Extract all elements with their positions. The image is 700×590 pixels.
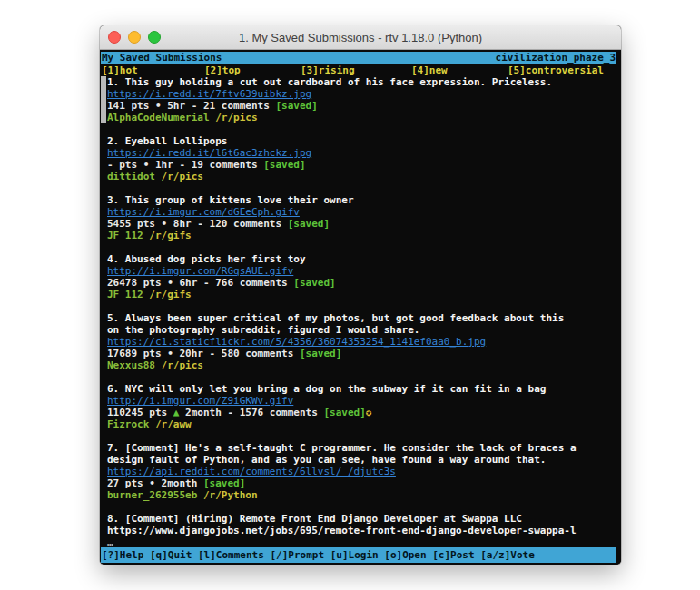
- saved-badge: [saved]: [288, 218, 330, 230]
- help-bar: [?]Help [q]Quit [l]Comments [/]Prompt [u…: [101, 547, 616, 563]
- info-text: 110245 pts: [107, 407, 173, 418]
- submission-title: on the photography subreddit, figured I …: [107, 324, 616, 336]
- submission-info: 141 pts • 5hr - 21 comments [saved]: [107, 100, 616, 112]
- submission-url-line: https://api.reddit.com/comments/6llvsl/_…: [107, 466, 616, 477]
- submission-info: 27 pts • 2month [saved]: [107, 477, 616, 489]
- submission-title: 2. Eyeball Lollipops: [107, 135, 616, 147]
- submission-url[interactable]: https://i.redd.it/l6t6ac3zhckz.jpg: [107, 147, 311, 159]
- submission-url[interactable]: http://i.imgur.com/RGqsAUE.gifv: [107, 265, 293, 277]
- submission-row[interactable]: 5. Always been super critical of my phot…: [107, 312, 616, 371]
- info-text: 141 pts • 5hr - 21 comments: [107, 100, 275, 112]
- submission-title: 3. This group of kittens love their owne…: [107, 194, 616, 206]
- tab-hot[interactable]: [1]hot: [102, 64, 138, 76]
- page-title: My Saved Submissions: [102, 52, 222, 64]
- window-title: 1. My Saved Submissions - rtv 1.18.0 (Py…: [239, 31, 482, 44]
- submission-byline: Nexxus88 /r/pics: [107, 359, 616, 371]
- info-text: 5455 pts • 8hr - 120 comments: [107, 218, 288, 230]
- minimize-button[interactable]: [128, 31, 141, 44]
- submission-byline: JF_112 /r/gifs: [107, 230, 616, 241]
- tab-controversial[interactable]: [5]controversial: [508, 64, 604, 76]
- submission-url-line: https://i.imgur.com/dGEeCph.gifv: [107, 206, 616, 218]
- submission-author[interactable]: burner_262955eb: [107, 489, 197, 501]
- app-window: 1. My Saved Submissions - rtv 1.18.0 (Py…: [100, 25, 621, 565]
- submission-url-line: https://i.redd.it/l6t6ac3zhckz.jpg: [107, 147, 616, 159]
- submission-title: 6. NYC will only let you bring a dog on …: [107, 383, 616, 395]
- submission-info: 110245 pts ▲ 2month - 1576 comments [sav…: [107, 407, 616, 418]
- submission-subreddit[interactable]: /r/Python: [197, 489, 257, 501]
- submission-url[interactable]: https://c1.staticflickr.com/5/4356/36074…: [107, 336, 486, 348]
- submission-subreddit[interactable]: /r/gifs: [143, 289, 192, 300]
- tab-rising[interactable]: [3]rising: [301, 64, 355, 76]
- submission-url-line: https://i.redd.it/7ftv639uibkz.jpg: [107, 88, 616, 100]
- submission-row[interactable]: 7. [Comment] He's a self-taught C progra…: [107, 442, 616, 501]
- gilded-icon: ✪: [366, 407, 372, 418]
- submission-list: 1. This guy holding a cut out cardboard …: [101, 76, 616, 548]
- submission-row[interactable]: 6. NYC will only let you bring a dog on …: [107, 383, 616, 430]
- saved-badge: [saved]: [275, 100, 317, 112]
- submission-info: 17689 pts • 20hr - 580 comments [saved]: [107, 348, 616, 359]
- submission-subreddit[interactable]: /r/pics: [210, 112, 258, 123]
- submission-info: 26478 pts • 6hr - 766 comments [saved]: [107, 277, 616, 289]
- info-text: 2month - 1576 comments: [179, 407, 323, 418]
- titlebar: 1. My Saved Submissions - rtv 1.18.0 (Py…: [100, 25, 621, 50]
- saved-badge: [saved]: [300, 348, 341, 359]
- submission-subreddit[interactable]: /r/aww: [149, 418, 191, 430]
- close-button[interactable]: [108, 31, 121, 44]
- tab-bar: [1]hot[2]top[3]rising[4]new[5]controvers…: [101, 64, 616, 76]
- submission-row[interactable]: 1. This guy holding a cut out cardboard …: [107, 76, 616, 123]
- submission-url-line: http://i.imgur.com/Z9iGKWv.gifv: [107, 395, 616, 407]
- submission-author[interactable]: dittidot: [107, 171, 155, 182]
- submission-row[interactable]: 8. [Comment] (Hiring) Remote Front End D…: [107, 513, 616, 548]
- submission-subreddit[interactable]: /r/pics: [155, 171, 203, 182]
- submission-info: - pts • 1hr - 19 comments [saved]: [107, 159, 616, 171]
- submission-byline: AlphaCodeNumerial /r/pics: [107, 112, 616, 123]
- submission-byline: JF_112 /r/gifs: [107, 289, 616, 300]
- info-text: 26478 pts • 6hr - 766 comments: [107, 277, 293, 289]
- submission-title: 7. [Comment] He's a self-taught C progra…: [107, 442, 616, 454]
- submission-subreddit[interactable]: /r/pics: [155, 359, 203, 371]
- submission-title: 5. Always been super critical of my phot…: [107, 312, 616, 324]
- tab-top[interactable]: [2]top: [204, 64, 241, 76]
- saved-badge: [saved]: [293, 277, 335, 289]
- submission-subreddit[interactable]: /r/gifs: [143, 230, 192, 241]
- submission-author[interactable]: JF_112: [107, 289, 143, 300]
- submission-byline: dittidot /r/pics: [107, 171, 616, 182]
- submission-row[interactable]: 2. Eyeball Lollipopshttps://i.redd.it/l6…: [107, 135, 616, 182]
- submission-url[interactable]: https://api.reddit.com/comments/6llvsl/_…: [107, 466, 396, 477]
- terminal: My Saved Submissions civilization_phaze_…: [100, 50, 621, 565]
- submission-title: 1. This guy holding a cut out cardboard …: [107, 76, 616, 88]
- submission-url[interactable]: https://i.redd.it/7ftv639uibkz.jpg: [107, 88, 311, 100]
- info-text: 27 pts • 2month: [107, 477, 203, 489]
- submission-url-line: https://c1.staticflickr.com/5/4356/36074…: [107, 336, 616, 348]
- submission-byline: Fizrock /r/aww: [107, 418, 616, 430]
- submission-row[interactable]: 4. Abused dog picks her first toyhttp://…: [107, 253, 616, 300]
- info-text: 17689 pts • 20hr - 580 comments: [107, 348, 300, 359]
- zoom-button[interactable]: [148, 31, 161, 44]
- tab-new[interactable]: [4]new: [411, 64, 448, 76]
- submission-author[interactable]: Nexxus88: [107, 359, 155, 371]
- submission-row[interactable]: 3. This group of kittens love their owne…: [107, 194, 616, 241]
- traffic-lights: [108, 25, 161, 49]
- saved-badge: [saved]: [323, 407, 365, 418]
- saved-badge: [saved]: [203, 477, 245, 489]
- submission-url[interactable]: http://i.imgur.com/Z9iGKWv.gifv: [107, 395, 293, 407]
- saved-badge: [saved]: [263, 159, 305, 171]
- submission-author[interactable]: JF_112: [107, 230, 143, 241]
- submission-author[interactable]: Fizrock: [107, 418, 149, 430]
- submission-info: 5455 pts • 8hr - 120 comments [saved]: [107, 218, 616, 230]
- submission-url[interactable]: https://i.imgur.com/dGEeCph.gifv: [107, 206, 300, 218]
- submission-author[interactable]: AlphaCodeNumerial: [107, 112, 210, 123]
- submission-body: https://www.djangojobs.net/jobs/695/remo…: [107, 525, 616, 536]
- selection-cursor: [101, 76, 106, 123]
- info-text: - pts • 1hr - 19 comments: [107, 159, 263, 171]
- logged-in-account: civilization_phaze_3: [496, 52, 616, 64]
- submission-url-line: http://i.imgur.com/RGqsAUE.gifv: [107, 265, 616, 277]
- submission-byline: burner_262955eb /r/Python: [107, 489, 616, 501]
- submission-title: 4. Abused dog picks her first toy: [107, 253, 616, 265]
- status-bar: My Saved Submissions civilization_phaze_…: [101, 52, 616, 64]
- submission-title: design fault of Python, and as you can s…: [107, 454, 616, 466]
- submission-title: 8. [Comment] (Hiring) Remote Front End D…: [107, 513, 616, 525]
